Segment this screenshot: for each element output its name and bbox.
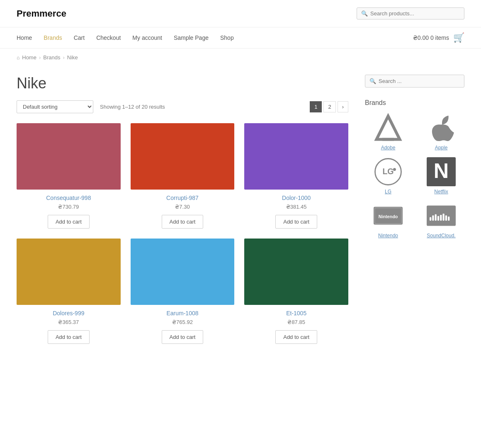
pagination: 12› <box>310 101 348 112</box>
product-image-4[interactable] <box>131 239 235 305</box>
product-card-1: Corrupti-987₴7.30Add to cart <box>131 123 235 229</box>
site-logo[interactable]: Premmerce <box>17 8 66 19</box>
product-card-0: Consequatur-998₴730.79Add to cart <box>17 123 121 229</box>
add-to-cart-button-5[interactable]: Add to cart <box>275 330 317 344</box>
brand-name-lg[interactable]: LG <box>365 189 411 195</box>
brands-grid: Adobe Apple LG LG N Netflix Nintendo Nin… <box>365 113 464 239</box>
nav-link-sample-page[interactable]: Sample Page <box>174 34 209 41</box>
svg-rect-11 <box>430 217 431 221</box>
cart-area: ₴0.00 0 items 🛒 <box>413 32 464 43</box>
product-name-0[interactable]: Consequatur-998 <box>17 195 121 201</box>
svg-rect-13 <box>435 214 437 221</box>
product-name-1[interactable]: Corrupti-987 <box>131 195 235 201</box>
svg-text:N: N <box>434 159 449 183</box>
svg-text:LG: LG <box>382 167 394 176</box>
nav-link-cart[interactable]: Cart <box>74 34 85 41</box>
nav-link-checkout[interactable]: Checkout <box>96 34 121 41</box>
product-price-5: ₴87.85 <box>244 319 348 325</box>
page-btn-1[interactable]: 1 <box>310 101 322 112</box>
nav-link-shop[interactable]: Shop <box>220 34 234 41</box>
product-image-2[interactable] <box>244 123 348 190</box>
header: Premmerce 🔍 <box>0 0 481 27</box>
product-price-1: ₴7.30 <box>131 204 235 210</box>
svg-rect-18 <box>448 217 449 221</box>
add-to-cart-button-2[interactable]: Add to cart <box>275 215 317 229</box>
page-title: Nike <box>17 75 348 92</box>
svg-rect-16 <box>443 214 445 221</box>
sidebar-search-icon: 🔍 <box>369 78 376 84</box>
product-price-2: ₴381.45 <box>244 204 348 210</box>
page-btn-›[interactable]: › <box>338 101 348 112</box>
nav-links: HomeBrandsCartCheckoutMy accountSample P… <box>17 34 234 41</box>
product-price-0: ₴730.79 <box>17 204 121 210</box>
brand-item-soundcloud: SoundCloud. <box>418 201 464 239</box>
product-image-3[interactable] <box>17 239 121 305</box>
breadcrumb-home[interactable]: Home <box>22 54 36 61</box>
product-image-1[interactable] <box>131 123 235 190</box>
sidebar-search-input[interactable] <box>379 78 460 84</box>
breadcrumb-sep2: › <box>63 54 64 61</box>
brand-item-adobe: Adobe <box>365 113 411 151</box>
main-layout: Nike Default sortingSort by popularitySo… <box>0 66 481 352</box>
content-area: Nike Default sortingSort by popularitySo… <box>17 75 348 344</box>
breadcrumb-current: Nike <box>67 54 78 61</box>
svg-rect-17 <box>445 215 447 221</box>
sidebar-search[interactable]: 🔍 <box>365 75 464 88</box>
add-to-cart-button-3[interactable]: Add to cart <box>48 330 90 344</box>
brands-title: Brands <box>365 99 464 107</box>
brand-name-nintendo[interactable]: Nintendo <box>365 233 411 239</box>
brand-logo-apple <box>427 113 456 142</box>
sort-select[interactable]: Default sortingSort by popularitySort by… <box>17 100 93 113</box>
brand-logo-nintendo: Nintendo <box>374 201 403 230</box>
product-name-4[interactable]: Earum-1008 <box>131 310 235 317</box>
brand-item-netflix: N Netflix <box>418 157 464 195</box>
brand-logo-adobe <box>374 113 403 142</box>
search-input[interactable] <box>370 10 460 17</box>
product-card-4: Earum-1008₴765.92Add to cart <box>131 239 235 344</box>
svg-point-4 <box>393 168 396 171</box>
nav-link-my-account[interactable]: My account <box>132 34 162 41</box>
brand-name-soundcloud[interactable]: SoundCloud. <box>418 233 464 239</box>
product-name-5[interactable]: Et-1005 <box>244 310 348 317</box>
product-card-2: Dolor-1000₴381.45Add to cart <box>244 123 348 229</box>
brand-logo-soundcloud <box>427 201 456 230</box>
nav-link-brands[interactable]: Brands <box>44 34 62 41</box>
toolbar: Default sortingSort by popularitySort by… <box>17 100 348 113</box>
product-name-3[interactable]: Dolores-999 <box>17 310 121 317</box>
product-image-5[interactable] <box>244 239 348 305</box>
cart-amount: ₴0.00 0 items <box>413 34 449 41</box>
brand-item-lg: LG LG <box>365 157 411 195</box>
main-nav: HomeBrandsCartCheckoutMy accountSample P… <box>0 27 481 49</box>
brand-name-adobe[interactable]: Adobe <box>365 145 411 151</box>
results-text: Showing 1–12 of 20 results <box>100 104 303 110</box>
product-image-0[interactable] <box>17 123 121 190</box>
search-icon: 🔍 <box>361 10 368 17</box>
cart-icon[interactable]: 🛒 <box>453 32 464 43</box>
add-to-cart-button-4[interactable]: Add to cart <box>162 330 204 344</box>
brand-item-nintendo: Nintendo Nintendo <box>365 201 411 239</box>
breadcrumb-sep1: › <box>39 54 41 61</box>
svg-marker-0 <box>377 116 400 139</box>
svg-rect-15 <box>440 215 442 221</box>
home-icon: ⌂ <box>17 55 19 61</box>
product-card-3: Dolores-999₴365.37Add to cart <box>17 239 121 344</box>
brand-name-apple[interactable]: Apple <box>418 145 464 151</box>
svg-rect-12 <box>432 215 434 221</box>
add-to-cart-button-0[interactable]: Add to cart <box>48 215 90 229</box>
product-price-3: ₴365.37 <box>17 319 121 325</box>
add-to-cart-button-1[interactable]: Add to cart <box>162 215 204 229</box>
svg-rect-14 <box>437 216 439 221</box>
product-grid: Consequatur-998₴730.79Add to cartCorrupt… <box>17 123 348 344</box>
page-btn-2[interactable]: 2 <box>323 101 335 112</box>
sidebar: 🔍 Brands Adobe Apple LG LG N Netflix Nin… <box>365 75 464 344</box>
nav-link-home[interactable]: Home <box>17 34 32 41</box>
breadcrumb: ⌂ Home › Brands › Nike <box>0 49 481 66</box>
breadcrumb-brands[interactable]: Brands <box>43 54 60 61</box>
svg-text:Nintendo: Nintendo <box>379 214 398 219</box>
brand-item-apple: Apple <box>418 113 464 151</box>
product-name-2[interactable]: Dolor-1000 <box>244 195 348 201</box>
brand-logo-netflix: N <box>427 157 456 186</box>
brand-name-netflix[interactable]: Netflix <box>418 189 464 195</box>
brand-logo-lg: LG <box>374 157 403 186</box>
header-search[interactable]: 🔍 <box>357 7 464 19</box>
